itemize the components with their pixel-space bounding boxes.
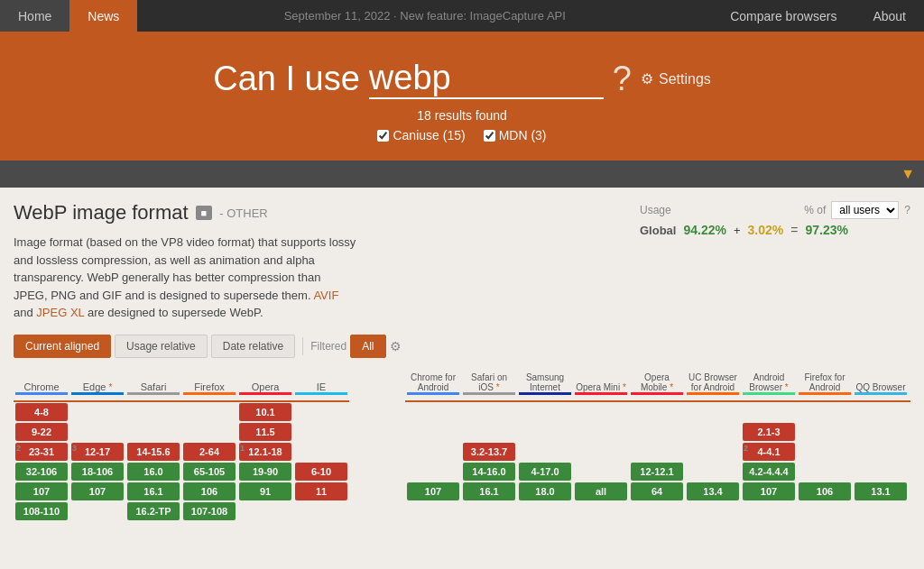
table-cell[interactable]: 10.1 xyxy=(237,401,293,422)
nav-news[interactable]: News xyxy=(69,0,137,32)
table-cell[interactable]: 2.1-3 xyxy=(741,422,797,442)
avif-link[interactable]: AVIF xyxy=(313,289,338,302)
table-cell[interactable]: 4-8 xyxy=(14,401,69,422)
table-cell[interactable]: 223-31 xyxy=(14,442,69,462)
table-cell[interactable]: 107 xyxy=(69,482,125,501)
table-cell[interactable]: 13.1 xyxy=(853,482,909,501)
table-cell[interactable]: 91 xyxy=(237,482,293,501)
table-cell[interactable] xyxy=(517,401,573,422)
table-cell[interactable] xyxy=(685,401,741,422)
table-cell[interactable] xyxy=(405,422,461,442)
table-cell[interactable] xyxy=(797,462,853,482)
settings-button[interactable]: ⚙ Settings xyxy=(641,70,711,87)
caniuse-source[interactable]: Caniuse (15) xyxy=(377,128,465,142)
table-cell[interactable] xyxy=(629,442,685,462)
table-cell[interactable]: 19-90 xyxy=(237,462,293,482)
table-cell[interactable]: 16.1 xyxy=(461,482,517,501)
table-cell[interactable] xyxy=(797,501,853,521)
table-cell[interactable] xyxy=(853,401,909,422)
table-cell[interactable] xyxy=(405,462,461,482)
table-cell[interactable]: 12-12.1 xyxy=(629,462,685,482)
jpegxl-link[interactable]: JPEG XL xyxy=(36,306,84,319)
table-cell[interactable] xyxy=(573,401,629,422)
table-cell[interactable] xyxy=(69,401,125,422)
table-cell[interactable]: 18.0 xyxy=(517,482,573,501)
table-cell[interactable] xyxy=(909,501,910,521)
table-cell[interactable]: 107 xyxy=(405,482,461,501)
table-cell[interactable] xyxy=(909,401,910,422)
table-cell[interactable] xyxy=(405,401,461,422)
table-cell[interactable] xyxy=(853,422,909,442)
table-cell[interactable] xyxy=(517,501,573,521)
tab-all[interactable]: All xyxy=(350,335,385,358)
table-cell[interactable] xyxy=(293,422,349,442)
table-cell[interactable] xyxy=(69,422,125,442)
table-cell[interactable] xyxy=(573,422,629,442)
table-cell[interactable] xyxy=(685,501,741,521)
table-cell[interactable] xyxy=(685,422,741,442)
table-cell[interactable] xyxy=(909,422,910,442)
table-cell[interactable] xyxy=(853,462,909,482)
table-cell[interactable] xyxy=(797,442,853,462)
table-cell[interactable]: 24-4.1 xyxy=(741,442,797,462)
table-cell[interactable] xyxy=(797,422,853,442)
table-cell[interactable]: 106 xyxy=(797,482,853,501)
table-cell[interactable]: 65-105 xyxy=(181,462,237,482)
table-cell[interactable] xyxy=(181,422,237,442)
table-cell[interactable] xyxy=(797,401,853,422)
table-cell[interactable] xyxy=(853,442,909,462)
table-cell[interactable] xyxy=(125,401,181,422)
table-cell[interactable] xyxy=(181,401,237,422)
table-cell[interactable]: 13.18 xyxy=(909,482,910,501)
table-cell[interactable] xyxy=(741,401,797,422)
table-cell[interactable] xyxy=(573,462,629,482)
table-cell[interactable] xyxy=(293,401,349,422)
table-cell[interactable]: 107-108 xyxy=(181,501,237,521)
table-cell[interactable]: 6-10 xyxy=(293,462,349,482)
users-select[interactable]: all users xyxy=(831,201,899,219)
table-cell[interactable] xyxy=(685,462,741,482)
table-cell[interactable] xyxy=(405,501,461,521)
table-cell[interactable] xyxy=(573,442,629,462)
filter-icon[interactable]: ▼ xyxy=(901,166,915,182)
tab-date-relative[interactable]: Date relative xyxy=(211,335,295,358)
table-cell[interactable]: 18-106 xyxy=(69,462,125,482)
table-cell[interactable] xyxy=(461,401,517,422)
tab-usage-relative[interactable]: Usage relative xyxy=(115,335,208,358)
table-cell[interactable] xyxy=(69,501,125,521)
caniuse-checkbox[interactable] xyxy=(377,130,389,142)
table-cell[interactable]: 107 xyxy=(14,482,69,501)
table-cell[interactable]: 106 xyxy=(181,482,237,501)
usage-help-icon[interactable]: ? xyxy=(904,204,910,216)
table-cell[interactable] xyxy=(461,422,517,442)
table-cell[interactable] xyxy=(293,442,349,462)
table-cell[interactable] xyxy=(237,501,293,521)
tab-current-aligned[interactable]: Current aligned xyxy=(14,335,111,358)
table-cell[interactable] xyxy=(909,462,910,482)
table-cell[interactable] xyxy=(517,442,573,462)
table-cell[interactable]: 108-110 xyxy=(14,501,69,521)
table-cell[interactable] xyxy=(125,422,181,442)
table-cell[interactable]: 2-64 xyxy=(181,442,237,462)
table-cell[interactable] xyxy=(685,442,741,462)
table-cell[interactable]: 16.2-TP xyxy=(125,501,181,521)
mdn-checkbox[interactable] xyxy=(484,130,495,142)
table-cell[interactable] xyxy=(573,501,629,521)
table-cell[interactable] xyxy=(517,422,573,442)
table-cell[interactable]: 4.2-4.4.4 xyxy=(741,462,797,482)
nav-home[interactable]: Home xyxy=(0,0,69,32)
table-cell[interactable]: 3.2-13.7 xyxy=(461,442,517,462)
table-cell[interactable] xyxy=(853,501,909,521)
table-cell[interactable] xyxy=(629,501,685,521)
table-cell[interactable]: 16.0 xyxy=(125,462,181,482)
table-cell[interactable] xyxy=(741,501,797,521)
table-settings-icon[interactable]: ⚙ xyxy=(390,339,402,353)
table-cell[interactable] xyxy=(909,442,910,462)
table-cell[interactable]: 11 xyxy=(293,482,349,501)
table-cell[interactable]: 4-17.0 xyxy=(517,462,573,482)
table-cell[interactable]: 11.5 xyxy=(237,422,293,442)
table-cell[interactable] xyxy=(629,401,685,422)
table-cell[interactable]: 32-106 xyxy=(14,462,69,482)
mdn-source[interactable]: MDN (3) xyxy=(484,128,547,142)
table-cell[interactable]: 107 xyxy=(741,482,797,501)
